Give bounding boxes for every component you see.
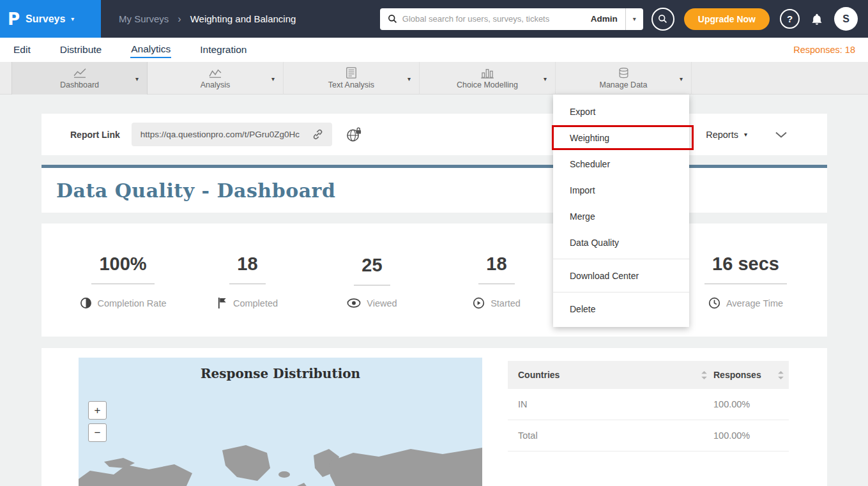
response-distribution-card: Response Distribution + − Countries	[42, 348, 827, 486]
column-label: Countries	[518, 370, 560, 380]
completion-rate-icon	[80, 297, 92, 309]
stat-average-time: 16 secs Average Time	[683, 224, 808, 337]
expand-panel-chevron-icon[interactable]	[775, 131, 788, 138]
top-header: P Surveys ▾ My Surveys › Weighting and B…	[0, 0, 868, 38]
header-actions: Admin ▾ Upgrade Now ? S	[380, 7, 868, 31]
manage-data-menu: Export Weighting Scheduler Import Merge …	[553, 95, 689, 327]
menu-item-download-center[interactable]: Download Center	[553, 262, 689, 289]
chevron-down-icon[interactable]: ▾	[544, 75, 547, 82]
menu-item-merge[interactable]: Merge	[553, 203, 689, 229]
menu-item-data-quality[interactable]: Data Quality	[553, 229, 689, 255]
report-link-label: Report Link	[70, 130, 120, 140]
responses-column-header[interactable]: Responses	[713, 370, 789, 380]
zoom-in-button[interactable]: +	[88, 401, 107, 420]
responses-cell: 100.00%	[713, 430, 789, 441]
countries-table-header: Countries Responses	[508, 361, 789, 389]
nav-tab-analytics[interactable]: Analytics	[130, 42, 171, 58]
report-url-group: https://qa.questionpro.com/t/PGru0Zg0Hc	[132, 123, 332, 146]
zoom-out-button[interactable]: −	[88, 423, 107, 442]
countries-table: Countries Responses IN 100.00% Total 100…	[508, 361, 789, 452]
country-cell: Total	[508, 430, 713, 441]
chevron-down-icon[interactable]: ▾	[271, 75, 275, 82]
breadcrumb-current-survey: Weighting and Balancing	[190, 13, 296, 24]
world-map-image	[79, 444, 482, 486]
response-distribution-map[interactable]: Response Distribution + −	[79, 358, 482, 486]
toolbar-tab-label: Choice Modelling	[457, 80, 518, 89]
nav-tab-distribute[interactable]: Distribute	[59, 43, 102, 57]
menu-item-delete[interactable]: Delete	[553, 296, 689, 322]
product-name: Surveys	[26, 13, 65, 25]
clock-icon	[708, 297, 720, 309]
search-submit-button[interactable]	[651, 8, 674, 31]
toolbar-tab-label: Manage Data	[599, 80, 647, 89]
map-zoom-controls: + −	[88, 401, 107, 442]
chevron-down-icon[interactable]: ▾	[407, 75, 411, 82]
search-scope-dropdown[interactable]: ▾	[625, 8, 643, 30]
page-title: Data Quality - Dashboard	[56, 179, 335, 202]
menu-item-label: Weighting	[570, 133, 609, 143]
menu-divider	[553, 259, 689, 259]
responses-cell: 100.00%	[713, 399, 789, 409]
map-title: Response Distribution	[79, 366, 482, 381]
stat-label: Completion Rate	[98, 298, 167, 308]
chevron-down-icon: ▾	[744, 131, 747, 138]
menu-item-export[interactable]: Export	[553, 98, 689, 125]
stat-label: Started	[491, 298, 521, 308]
menu-item-weighting[interactable]: Weighting	[553, 125, 689, 151]
product-switcher[interactable]: P Surveys ▾	[0, 0, 101, 38]
flag-icon	[217, 297, 227, 309]
table-row: Total 100.00%	[508, 420, 789, 452]
search-scope-label: Admin	[583, 14, 625, 24]
user-avatar[interactable]: S	[834, 7, 858, 31]
toolbar-tab-manage-data[interactable]: Manage Data ▾	[556, 62, 692, 95]
table-row: IN 100.00%	[508, 389, 789, 420]
stat-started: 18 Started	[434, 224, 559, 337]
chevron-down-icon[interactable]: ▾	[680, 75, 683, 82]
stat-label: Viewed	[367, 298, 397, 308]
global-search: Admin ▾	[380, 8, 643, 30]
sort-icon	[778, 371, 784, 379]
menu-divider	[553, 292, 689, 292]
database-icon	[618, 67, 630, 79]
stat-value: 18	[229, 254, 265, 284]
stat-value: 18	[478, 254, 514, 284]
chevron-down-icon[interactable]: ▾	[135, 75, 139, 82]
global-search-input[interactable]	[402, 14, 583, 24]
globe-lock-icon[interactable]	[346, 127, 362, 142]
eye-icon	[347, 298, 361, 308]
nav-tab-integration[interactable]: Integration	[199, 43, 247, 57]
toolbar-tab-label: Analysis	[201, 80, 231, 89]
breadcrumb-my-surveys[interactable]: My Surveys	[119, 13, 169, 24]
stat-value: 16 secs	[704, 254, 787, 284]
stat-label: Average Time	[726, 298, 783, 308]
menu-item-scheduler[interactable]: Scheduler	[553, 151, 689, 177]
toolbar-tab-choice-modelling[interactable]: Choice Modelling ▾	[420, 62, 556, 95]
toolbar-tab-text-analysis[interactable]: Text Analysis ▾	[284, 62, 420, 95]
bar-chart-icon	[480, 67, 494, 79]
report-url-field[interactable]: https://qa.questionpro.com/t/PGru0Zg0Hc	[132, 130, 303, 139]
survey-nav: Edit Distribute Analytics Integration Re…	[0, 38, 868, 62]
report-link-bar: Report Link https://qa.questionpro.com/t…	[42, 114, 827, 155]
page-title-card: Data Quality - Dashboard	[42, 165, 827, 213]
reports-dropdown[interactable]: Reports ▾	[706, 130, 747, 140]
stats-card: 100% Completion Rate 18 Completed 25 Vie…	[42, 224, 827, 337]
menu-item-import[interactable]: Import	[553, 177, 689, 203]
notifications-bell-icon[interactable]	[811, 12, 823, 26]
stat-viewed: 25 Viewed	[310, 224, 434, 337]
help-button[interactable]: ?	[780, 9, 800, 29]
sort-icon	[701, 371, 707, 379]
toolbar-tab-label: Text Analysis	[328, 80, 374, 89]
countries-column-header[interactable]: Countries	[508, 370, 713, 380]
copy-link-icon[interactable]	[303, 123, 332, 146]
toolbar-tab-dashboard[interactable]: Dashboard ▾	[11, 62, 148, 95]
play-circle-icon	[473, 297, 485, 309]
upgrade-now-button[interactable]: Upgrade Now	[684, 8, 770, 30]
stat-completion-rate: 100% Completion Rate	[61, 224, 185, 337]
questionpro-logo-icon: P	[8, 10, 20, 29]
toolbar-tab-analysis[interactable]: Analysis ▾	[148, 62, 284, 95]
breadcrumb-separator: ›	[178, 13, 181, 25]
stat-value: 25	[354, 255, 390, 285]
analytics-toolbar: Dashboard ▾ Analysis ▾ Text Analysis ▾ C…	[0, 62, 868, 95]
nav-tab-edit[interactable]: Edit	[13, 43, 31, 57]
column-label: Responses	[713, 370, 761, 380]
